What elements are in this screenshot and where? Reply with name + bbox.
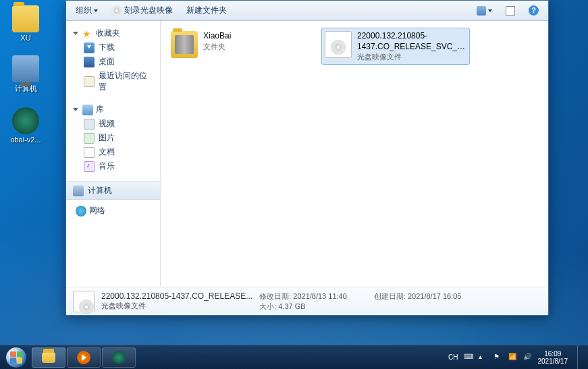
folder-icon xyxy=(12,5,39,32)
clock[interactable]: 16:09 2021/8/17 xyxy=(538,350,568,365)
app-icon xyxy=(12,107,39,134)
details-pane: 22000.132.210805-1437.CO_RELEASE... 光盘映像… xyxy=(66,287,548,315)
nav-computer[interactable]: 计算机 xyxy=(66,181,160,200)
windows-logo-icon xyxy=(6,347,26,368)
star-icon: ★ xyxy=(82,28,93,39)
folder-icon xyxy=(171,31,198,58)
nav-label: 库 xyxy=(96,104,104,115)
nav-label: 文档 xyxy=(99,146,115,158)
video-icon xyxy=(84,119,95,130)
details-filetype: 光盘映像文件 xyxy=(101,301,252,311)
computer-icon xyxy=(12,55,39,82)
nav-videos[interactable]: 视频 xyxy=(69,117,157,131)
desktop-icon-xu[interactable]: XU xyxy=(5,5,46,42)
details-created-label: 创建日期: xyxy=(374,292,406,300)
nav-label: 桌面 xyxy=(99,56,115,67)
folder-icon xyxy=(42,352,55,363)
nav-libraries[interactable]: 库 xyxy=(69,103,157,117)
chevron-down-icon xyxy=(73,108,78,111)
computer-icon xyxy=(73,186,84,196)
nav-network[interactable]: 网络 xyxy=(69,204,157,218)
nav-pictures[interactable]: 图片 xyxy=(69,131,157,145)
nav-downloads[interactable]: 下载 xyxy=(69,40,157,55)
burn-label: 刻录光盘映像 xyxy=(124,5,173,16)
system-tray: CH ⌨ ▴ ⚑ 📶 🔊 16:09 2021/8/17 xyxy=(448,345,587,370)
nav-documents[interactable]: 文档 xyxy=(69,145,157,159)
volume-icon[interactable]: 🔊 xyxy=(523,353,533,362)
organize-button[interactable]: 组织 xyxy=(70,2,103,19)
music-icon xyxy=(84,161,95,172)
nav-music[interactable]: 音乐 xyxy=(69,159,157,173)
details-modified-label: 修改日期: xyxy=(259,292,291,300)
desktop-icon-computer[interactable]: 计算机 xyxy=(5,55,46,94)
library-icon xyxy=(82,105,93,115)
details-filename: 22000.132.210805-1437.CO_RELEASE... xyxy=(101,291,252,301)
nav-label: 音乐 xyxy=(99,161,115,172)
file-name: XiaoBai xyxy=(203,31,231,42)
file-name: 22000.132.210805-1437.CO_RELEASE_SVC_PRO… xyxy=(357,31,466,52)
taskbar-item-explorer[interactable] xyxy=(32,347,65,368)
view-options-button[interactable] xyxy=(471,3,498,18)
file-type: 光盘映像文件 xyxy=(357,52,466,61)
network-icon xyxy=(76,206,86,217)
new-folder-button[interactable]: 新建文件夹 xyxy=(181,2,232,19)
navigation-pane: ★ 收藏夹 下载 桌面 最近访问的位置 xyxy=(66,21,161,287)
flag-icon[interactable]: ⚑ xyxy=(493,353,503,362)
nav-label: 下载 xyxy=(99,42,115,53)
keyboard-icon[interactable]: ⌨ xyxy=(464,353,473,362)
details-created-value: 2021/8/17 16:05 xyxy=(408,292,462,300)
preview-icon xyxy=(506,6,515,16)
desktop-icons: XU 计算机 obai-v2... xyxy=(5,5,46,157)
picture-icon xyxy=(84,133,95,144)
help-button[interactable]: ? xyxy=(523,3,544,18)
nav-recent[interactable]: 最近访问的位置 xyxy=(69,69,157,94)
help-icon: ? xyxy=(529,5,539,16)
network-icon[interactable]: 📶 xyxy=(508,353,518,362)
file-list: XiaoBai 文件夹 22000.132.210805-1437.CO_REL… xyxy=(161,21,548,287)
taskbar: CH ⌨ ▴ ⚑ 📶 🔊 16:09 2021/8/17 xyxy=(0,345,588,369)
disc-image-icon xyxy=(325,31,352,58)
desktop-icon-app[interactable]: obai-v2... xyxy=(5,107,46,144)
nav-label: 计算机 xyxy=(88,185,112,196)
desktop-icon xyxy=(84,57,95,67)
nav-label: 收藏夹 xyxy=(96,28,120,39)
view-icon xyxy=(477,6,486,16)
file-item-iso[interactable]: 22000.132.210805-1437.CO_RELEASE_SVC_PRO… xyxy=(321,28,470,65)
taskbar-item-app[interactable] xyxy=(102,347,136,368)
clock-date: 2021/8/17 xyxy=(538,358,568,365)
preview-pane-button[interactable] xyxy=(500,3,520,18)
desktop-icon-label: obai-v2... xyxy=(5,136,46,144)
nav-label: 网络 xyxy=(89,205,105,217)
details-modified-value: 2021/8/13 11:40 xyxy=(293,292,347,300)
start-button[interactable] xyxy=(1,345,31,370)
burn-disc-button[interactable]: 刻录光盘映像 xyxy=(106,2,178,19)
app-icon xyxy=(112,351,126,364)
nav-label: 图片 xyxy=(99,132,115,144)
file-item-folder[interactable]: XiaoBai 文件夹 xyxy=(167,28,316,61)
clock-time: 16:09 xyxy=(538,350,568,358)
nav-label: 最近访问的位置 xyxy=(99,70,153,93)
chevron-up-icon[interactable]: ▴ xyxy=(479,353,488,362)
desktop-icon-label: XU xyxy=(5,34,46,42)
details-size-label: 大小: xyxy=(259,302,276,310)
disc-icon xyxy=(111,5,122,16)
chevron-down-icon xyxy=(73,32,78,35)
new-folder-label: 新建文件夹 xyxy=(186,5,227,16)
explorer-window: 组织 刻录光盘映像 新建文件夹 ? ★ 收藏夹 xyxy=(65,0,549,316)
details-size-value: 4.37 GB xyxy=(278,302,305,310)
document-icon xyxy=(84,147,95,158)
ime-indicator[interactable]: CH xyxy=(448,353,458,361)
nav-favorites[interactable]: ★ 收藏夹 xyxy=(69,26,157,40)
file-type: 文件夹 xyxy=(203,42,231,51)
nav-desktop[interactable]: 桌面 xyxy=(69,55,157,69)
media-player-icon xyxy=(77,351,90,364)
organize-label: 组织 xyxy=(76,5,92,16)
disc-image-icon xyxy=(73,291,95,312)
taskbar-item-media[interactable] xyxy=(67,347,101,368)
toolbar: 组织 刻录光盘映像 新建文件夹 ? xyxy=(66,1,548,21)
nav-label: 视频 xyxy=(99,118,115,130)
download-icon xyxy=(84,42,95,53)
show-desktop-button[interactable] xyxy=(577,345,584,370)
chevron-down-icon xyxy=(94,9,98,12)
chevron-down-icon xyxy=(488,9,492,12)
